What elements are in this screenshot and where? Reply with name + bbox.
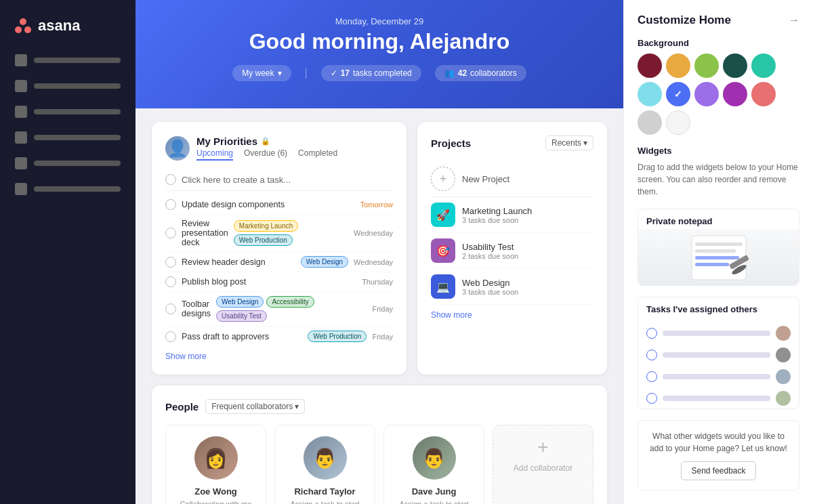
project-tasks: 2 tasks due soon bbox=[462, 252, 593, 260]
color-swatch-cyan[interactable] bbox=[638, 82, 662, 106]
create-task-label: Click here to create a task... bbox=[182, 175, 291, 185]
hero-stats: My week ▾ | ✓ 17 tasks completed 👥 42 co… bbox=[163, 65, 596, 81]
color-swatch-teal[interactable] bbox=[751, 54, 776, 78]
list-item[interactable]: 🚀 Marketing Launch 3 tasks due soon bbox=[431, 197, 593, 233]
hero-greeting: Good morning, Alejandro bbox=[163, 29, 596, 54]
task-check[interactable] bbox=[165, 303, 176, 314]
usability-icon: 🎯 bbox=[431, 238, 455, 263]
notepad-svg bbox=[678, 232, 759, 286]
task-check[interactable] bbox=[165, 228, 176, 238]
task-list: Update design components Tomorrow Review… bbox=[165, 195, 393, 346]
frequent-collaborators-button[interactable]: Frequent collaborators ▾ bbox=[205, 399, 305, 414]
color-swatch-gray[interactable] bbox=[638, 110, 662, 135]
tasks-widget-body bbox=[638, 317, 799, 409]
list-item: + Add collaborator bbox=[493, 425, 593, 504]
recents-button[interactable]: Recents ▾ bbox=[545, 135, 593, 150]
sidebar-item-tasks[interactable] bbox=[8, 75, 127, 98]
color-swatch-maroon[interactable] bbox=[638, 54, 662, 78]
tag-usability[interactable]: Usability Test bbox=[216, 310, 267, 322]
priorities-header: 👤 My Priorities 🔒 Upcoming Overdue (6) C… bbox=[165, 135, 393, 161]
task-check-icon bbox=[646, 371, 657, 382]
task-check[interactable] bbox=[165, 331, 176, 342]
svg-rect-6 bbox=[695, 256, 739, 259]
task-check[interactable] bbox=[165, 199, 176, 210]
notepad-visual bbox=[638, 229, 799, 286]
tag-marketing[interactable]: Marketing Launch bbox=[234, 220, 299, 232]
create-task-row[interactable]: Click here to create a task... bbox=[165, 169, 393, 191]
task-name: Toolbar designs bbox=[182, 299, 211, 318]
sidebar-item-analytics[interactable] bbox=[8, 126, 127, 149]
projects-card: Projects Recents ▾ + New Project 🚀 Marke… bbox=[417, 122, 607, 375]
assigned-bar bbox=[663, 374, 770, 379]
person-name: Dave Jung bbox=[412, 486, 457, 497]
color-grid bbox=[638, 54, 799, 135]
sidebar-item-portfolios[interactable] bbox=[8, 152, 127, 175]
richard-avatar: 👨 bbox=[304, 436, 347, 480]
new-project-row[interactable]: + New Project bbox=[431, 161, 593, 197]
tag-accessibility[interactable]: Accessibility bbox=[266, 296, 314, 308]
color-swatch-purple[interactable] bbox=[723, 82, 747, 106]
color-swatch-green[interactable] bbox=[694, 54, 719, 78]
tasks-completed-pill[interactable]: ✓ 17 tasks completed bbox=[321, 65, 421, 81]
table-row: Publish blog post Thursday bbox=[165, 272, 393, 292]
project-tasks: 3 tasks due soon bbox=[462, 288, 593, 296]
logo[interactable]: asana bbox=[0, 11, 136, 49]
hero-section: Monday, December 29 Good morning, Alejan… bbox=[136, 0, 623, 108]
project-name: Marketing Launch bbox=[462, 206, 593, 216]
notepad-widget: Private notepad bbox=[638, 209, 799, 286]
list-item[interactable]: 👩 Zoe Wong Collaborating with me on 11 t… bbox=[165, 425, 266, 504]
task-tags: Marketing Launch Web Production bbox=[234, 220, 348, 246]
color-swatch-orange[interactable] bbox=[666, 54, 690, 78]
tab-completed[interactable]: Completed bbox=[298, 148, 337, 161]
task-check-icon bbox=[646, 393, 657, 404]
tag-webprod[interactable]: Web Production bbox=[308, 331, 367, 342]
tab-upcoming[interactable]: Upcoming bbox=[196, 148, 233, 161]
assigned-bar bbox=[663, 396, 770, 401]
stat-divider: | bbox=[305, 67, 308, 79]
task-tags: Web Design bbox=[301, 256, 348, 268]
table-row: Pass draft to approvers Web Production F… bbox=[165, 327, 393, 346]
close-button[interactable]: → bbox=[789, 14, 799, 26]
people-header: People Frequent collaborators ▾ bbox=[165, 399, 593, 414]
task-name: Update design components bbox=[182, 200, 350, 209]
task-date: Friday bbox=[372, 333, 393, 341]
people-icon: 👥 bbox=[444, 68, 455, 78]
table-row: Review presentation deck Marketing Launc… bbox=[165, 215, 393, 252]
tag-webprod[interactable]: Web Production bbox=[234, 234, 293, 246]
color-swatch-dark-teal[interactable] bbox=[723, 54, 747, 78]
color-swatch-white[interactable] bbox=[666, 110, 690, 135]
list-item[interactable]: 👨 Dave Jung Assign a task to start colla… bbox=[383, 425, 484, 504]
people-title: People bbox=[165, 401, 199, 413]
task-name: Review presentation deck bbox=[182, 219, 228, 247]
color-swatch-violet[interactable] bbox=[694, 82, 719, 106]
widgets-label: Widgets bbox=[638, 146, 799, 156]
show-more-projects[interactable]: Show more bbox=[431, 310, 593, 320]
color-swatch-pink[interactable] bbox=[751, 82, 776, 106]
color-swatch-blue[interactable] bbox=[666, 82, 690, 106]
svg-rect-7 bbox=[695, 263, 729, 266]
my-week-pill[interactable]: My week ▾ bbox=[232, 65, 291, 81]
show-more-tasks[interactable]: Show more bbox=[165, 352, 393, 361]
tasks-completed-count: 17 bbox=[341, 68, 350, 78]
list-item[interactable]: 💻 Web Design 3 tasks due soon bbox=[431, 269, 593, 305]
priorities-tabs: Upcoming Overdue (6) Completed bbox=[196, 148, 337, 161]
list-item[interactable]: 👨 Richard Taylor Assign a task to start … bbox=[274, 425, 375, 504]
task-check[interactable] bbox=[165, 257, 176, 268]
sidebar-item-home[interactable] bbox=[8, 49, 127, 72]
collaborators-pill[interactable]: 👥 42 collaborators bbox=[435, 65, 526, 81]
sidebar-item-inbox[interactable] bbox=[8, 100, 127, 123]
sidebar-item-profile[interactable] bbox=[8, 177, 127, 201]
task-check[interactable] bbox=[165, 276, 176, 287]
tag-webdesign[interactable]: Web Design bbox=[301, 256, 348, 268]
assigned-avatar bbox=[776, 326, 791, 341]
list-item[interactable]: 🎯 Usability Test 2 tasks due soon bbox=[431, 233, 593, 269]
collaborators-label: collaborators bbox=[470, 68, 517, 78]
table-row: Review header design Web Design Wednesda… bbox=[165, 252, 393, 272]
assigned-avatar bbox=[776, 348, 791, 362]
main-content: Monday, December 29 Good morning, Alejan… bbox=[136, 0, 623, 504]
tasks-assigned-widget: Tasks I've assigned others bbox=[638, 297, 799, 409]
tag-webdesign[interactable]: Web Design bbox=[216, 296, 264, 308]
tab-overdue[interactable]: Overdue (6) bbox=[244, 148, 287, 161]
bell-icon bbox=[15, 106, 27, 118]
send-feedback-button[interactable]: Send feedback bbox=[681, 461, 755, 480]
